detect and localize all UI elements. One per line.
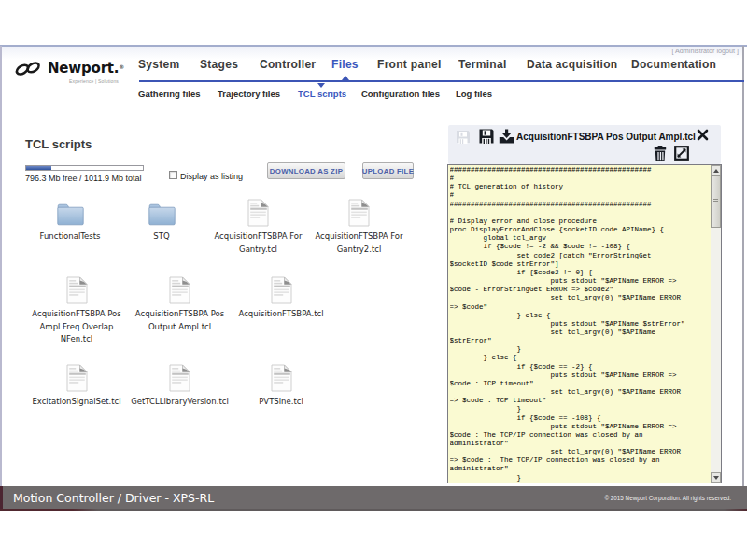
nav-active-indicator-icon bbox=[342, 76, 349, 80]
file-label: FunctionalTests bbox=[40, 231, 101, 244]
nav-item-system[interactable]: System bbox=[138, 58, 180, 71]
file-icon bbox=[66, 364, 88, 393]
nav-item-front-panel[interactable]: Front panel bbox=[377, 58, 442, 71]
file-icon bbox=[348, 199, 370, 228]
upload-file-button[interactable]: UPLOAD FILE bbox=[362, 162, 414, 179]
download-as-zip-button[interactable]: DOWNLOAD AS ZIP bbox=[267, 162, 345, 179]
page-left-border bbox=[0, 46, 2, 486]
viewer-file-title: AcquisitionFTSBPA Pos Output Ampl.tcl bbox=[516, 132, 696, 142]
file-item-acquisitionftsbpa-for-gantry2-tcl[interactable]: AcquisitionFTSBPA ForGantry2.tcl bbox=[310, 199, 408, 256]
display-as-listing-label: Display as listing bbox=[180, 172, 243, 181]
nav-item-controller[interactable]: Controller bbox=[260, 58, 316, 71]
file-label: PVTSine.tcl bbox=[259, 396, 303, 409]
storage-meter-fill bbox=[26, 166, 51, 170]
nav-item-files[interactable]: Files bbox=[331, 58, 359, 71]
subnav-item-log-files[interactable]: Log files bbox=[456, 89, 492, 99]
file-label: GetTCLLibraryVersion.tcl bbox=[131, 396, 229, 409]
storage-text: 796.3 Mb free / 1011.9 Mb total bbox=[25, 174, 141, 183]
brand-name-text: Newport bbox=[48, 60, 114, 77]
file-item-acquisitionftsbpa-pos-output-ampl-tcl[interactable]: AcquisitionFTSBPA PosOutput Ampl.tcl bbox=[130, 276, 230, 346]
brand-registered-mark: ® bbox=[119, 63, 124, 70]
subnav-active-indicator-icon bbox=[317, 83, 325, 88]
scrollbar[interactable] bbox=[711, 165, 721, 483]
file-label: ExcitationSignalSet.tcl bbox=[32, 396, 120, 409]
save-icon[interactable] bbox=[479, 129, 494, 144]
scrollbar-down-button[interactable] bbox=[711, 472, 721, 483]
close-icon[interactable] bbox=[697, 129, 709, 141]
file-label: AcquisitionFTSBPA ForGantry.tcl bbox=[214, 231, 302, 256]
scroll-down-icon bbox=[713, 476, 719, 480]
folder-item-functionaltests[interactable]: FunctionalTests bbox=[23, 199, 117, 256]
file-item-acquisitionftsbpa-tcl[interactable]: AcquisitionFTSBPA.tcl bbox=[230, 276, 332, 346]
file-label: AcquisitionFTSBPA PosOutput Ampl.tcl bbox=[135, 308, 224, 333]
file-grid-row: ExcitationSignalSet.tclGetTCLLibraryVers… bbox=[23, 364, 332, 409]
subnav-item-trajectory-files[interactable]: Trajectory files bbox=[218, 89, 280, 99]
download-icon[interactable] bbox=[499, 129, 514, 144]
file-item-excitationsignalset-tcl[interactable]: ExcitationSignalSet.tcl bbox=[23, 364, 130, 409]
file-icon bbox=[169, 364, 190, 393]
code-content[interactable]: ########################################… bbox=[450, 166, 700, 482]
file-item-acquisitionftsbpa-for-gantry-tcl[interactable]: AcquisitionFTSBPA ForGantry.tcl bbox=[206, 199, 310, 256]
scrollbar-thumb[interactable] bbox=[711, 175, 721, 228]
nav-item-terminal[interactable]: Terminal bbox=[458, 58, 507, 71]
nav-item-data-acquisition[interactable]: Data acquisition bbox=[527, 58, 617, 71]
file-item-acquisitionftsbpa-pos-ampl-freq-overlap-nfen-tcl[interactable]: AcquisitionFTSBPA PosAmpl Freq OverlapNF… bbox=[23, 276, 130, 346]
footer-title: Motion Controller / Driver - XPS-RL bbox=[13, 491, 214, 505]
expand-icon[interactable] bbox=[674, 146, 689, 161]
page-right-border bbox=[742, 46, 744, 486]
folder-item-stq[interactable]: STQ bbox=[117, 199, 206, 256]
brand-tagline: Experience | Solutions bbox=[69, 78, 119, 84]
file-grid-row: AcquisitionFTSBPA PosAmpl Freq OverlapNF… bbox=[23, 276, 332, 346]
file-label: AcquisitionFTSBPA ForGantry2.tcl bbox=[315, 231, 402, 256]
code-editor[interactable]: ########################################… bbox=[447, 164, 722, 483]
display-as-listing-checkbox[interactable] bbox=[169, 171, 177, 179]
footer-left-accent bbox=[0, 486, 3, 509]
file-label: STQ bbox=[153, 231, 169, 244]
file-icon bbox=[66, 276, 88, 305]
trash-icon[interactable] bbox=[654, 146, 667, 161]
footer-copyright: © 2015 Newport Corporation. All rights r… bbox=[604, 495, 731, 501]
save-icon-disabled bbox=[456, 130, 471, 144]
file-icon bbox=[271, 364, 292, 393]
nav-underline bbox=[139, 80, 744, 82]
file-item-gettcllibraryversion-tcl[interactable]: GetTCLLibraryVersion.tcl bbox=[130, 364, 230, 409]
footer-bottom-accent bbox=[0, 509, 747, 511]
scrollbar-grip bbox=[713, 199, 718, 200]
administrator-logout-link[interactable]: [ Administrator logout ] bbox=[671, 47, 739, 55]
scroll-up-icon bbox=[713, 169, 719, 173]
file-icon bbox=[247, 199, 269, 228]
subnav-item-gathering-files[interactable]: Gathering files bbox=[138, 89, 201, 99]
page-title: TCL scripts bbox=[25, 137, 92, 151]
nav-item-documentation[interactable]: Documentation bbox=[631, 58, 716, 71]
file-item-pvtsine-tcl[interactable]: PVTSine.tcl bbox=[230, 364, 332, 409]
file-grid-row: FunctionalTestsSTQAcquisitionFTSBPA ForG… bbox=[23, 199, 408, 256]
folder-icon bbox=[148, 199, 176, 228]
file-label: AcquisitionFTSBPA.tcl bbox=[238, 308, 323, 321]
nav-item-stages[interactable]: Stages bbox=[200, 58, 238, 71]
page: [ Administrator logout ] Newport.® Exper… bbox=[0, 0, 747, 560]
storage-meter bbox=[25, 165, 144, 171]
file-icon bbox=[271, 276, 292, 305]
brand-name: Newport.® bbox=[48, 60, 124, 77]
newport-logo-icon bbox=[14, 61, 42, 77]
scrollbar-up-button[interactable] bbox=[711, 165, 721, 175]
file-label: AcquisitionFTSBPA PosAmpl Freq OverlapNF… bbox=[32, 308, 120, 346]
subnav-item-tcl-scripts[interactable]: TCL scripts bbox=[298, 89, 346, 99]
viewer-header: AcquisitionFTSBPA Pos Output Ampl.tcl bbox=[448, 125, 721, 164]
file-icon bbox=[169, 276, 190, 305]
subnav-item-configuration-files[interactable]: Configuration files bbox=[361, 89, 440, 99]
folder-icon bbox=[57, 199, 84, 228]
